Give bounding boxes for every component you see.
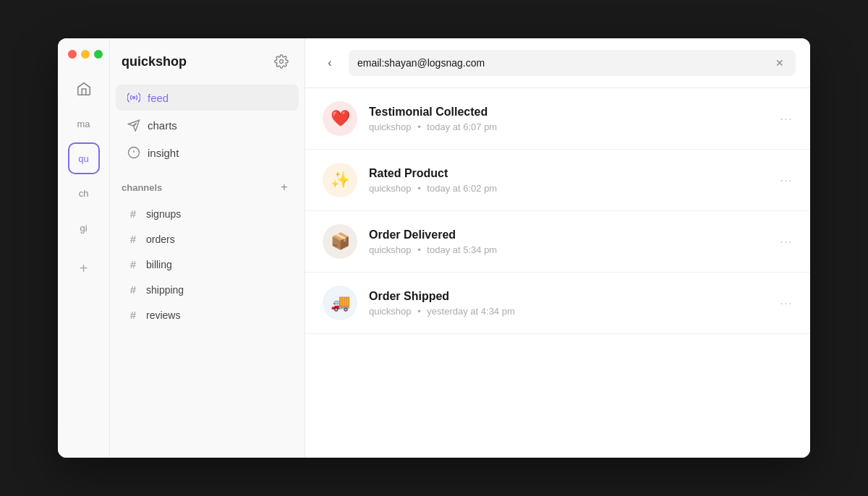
feed-meta-rated: quickshop • today at 6:02 pm [369, 183, 768, 194]
channel-signups-label: signups [146, 208, 181, 220]
channel-shipping[interactable]: # shipping [116, 278, 299, 302]
feed-info-shipped: Order Shipped quickshop • yesterday at 4… [369, 290, 768, 317]
nav-item-feed[interactable]: feed [116, 85, 299, 111]
nav-item-charts-label: charts [148, 119, 177, 132]
feed-info-delivered: Order Delivered quickshop • today at 5:3… [369, 228, 768, 255]
feed-more-menu-3[interactable]: ··· [780, 296, 793, 311]
feed-icon-rated: ✨ [323, 163, 357, 197]
channels-section-header: channels + [110, 167, 305, 202]
app-window: ma qu ch gi + quickshop [58, 38, 810, 458]
feed-item-delivered: 📦 Order Delivered quickshop • today at 5… [305, 211, 810, 273]
dot-0: • [417, 121, 421, 132]
feed-project-1: quickshop [369, 183, 412, 194]
feed-title-rated: Rated Product [369, 167, 768, 180]
main-content: ‹ ✕ ❤️ Testimonial Collected quickshop •… [305, 38, 810, 458]
svg-point-1 [133, 97, 135, 99]
channels-label: channels [122, 182, 162, 193]
add-channel-button[interactable]: + [276, 179, 293, 196]
minimize-button[interactable] [81, 50, 90, 59]
back-button[interactable]: ‹ [320, 53, 340, 73]
clear-search-button[interactable]: ✕ [773, 56, 787, 70]
channel-orders-label: orders [146, 234, 175, 245]
hash-icon: # [127, 283, 139, 296]
maximize-button[interactable] [94, 50, 103, 59]
nav-title: quickshop [122, 54, 187, 69]
svg-point-0 [280, 60, 284, 64]
search-bar: ‹ ✕ [305, 38, 810, 88]
feed-title-delivered: Order Delivered [369, 228, 768, 241]
feed-more-menu-0[interactable]: ··· [780, 111, 793, 127]
nav-item-charts[interactable]: charts [116, 112, 299, 138]
feed-time-3: yesterday at 4:34 pm [427, 306, 514, 317]
channel-orders[interactable]: # orders [116, 227, 299, 251]
feed-item-testimonial: ❤️ Testimonial Collected quickshop • tod… [305, 88, 810, 150]
sidebar-item-qu[interactable]: qu [68, 142, 100, 174]
nav-item-insight-label: insight [148, 147, 179, 159]
settings-button[interactable] [270, 50, 293, 73]
nav-item-feed-label: feed [148, 92, 169, 104]
feed-project-0: quickshop [369, 121, 412, 132]
dot-1: • [417, 183, 421, 194]
sidebar-item-ch[interactable]: ch [68, 177, 100, 209]
sidebar-item-home[interactable] [68, 73, 100, 105]
channel-signups[interactable]: # signups [116, 202, 299, 226]
feed-time-2: today at 5:34 pm [427, 244, 497, 255]
feed-info-rated: Rated Product quickshop • today at 6:02 … [369, 167, 768, 194]
sidebar-item-gi[interactable]: gi [68, 212, 100, 244]
channel-reviews[interactable]: # reviews [116, 303, 299, 327]
hash-icon: # [127, 309, 139, 321]
feed-icon-delivered: 📦 [323, 224, 357, 259]
dot-3: • [417, 306, 421, 317]
feed-project-2: quickshop [369, 244, 412, 255]
feed-title-shipped: Order Shipped [369, 290, 768, 303]
nav-item-insight[interactable]: insight [116, 140, 299, 166]
channel-billing[interactable]: # billing [116, 252, 299, 276]
icon-sidebar: ma qu ch gi + [58, 38, 110, 458]
dot-2: • [417, 244, 421, 255]
feed-list: ❤️ Testimonial Collected quickshop • tod… [305, 88, 810, 458]
hash-icon: # [127, 233, 139, 245]
nav-panel: quickshop feed charts [110, 38, 305, 458]
feed-meta-delivered: quickshop • today at 5:34 pm [369, 244, 768, 255]
search-input[interactable] [357, 57, 773, 69]
channel-shipping-label: shipping [146, 284, 184, 296]
hash-icon: # [127, 208, 139, 220]
channel-billing-label: billing [146, 259, 172, 270]
add-workspace-button[interactable]: + [68, 252, 100, 284]
sidebar-item-ma[interactable]: ma [68, 108, 100, 140]
feed-title-testimonial: Testimonial Collected [369, 106, 768, 119]
feed-more-menu-2[interactable]: ··· [780, 234, 793, 249]
close-button[interactable] [68, 50, 77, 59]
feed-time-1: today at 6:02 pm [427, 183, 497, 194]
search-input-wrap: ✕ [349, 50, 796, 76]
feed-icon-shipped: 🚚 [323, 286, 357, 320]
feed-meta-testimonial: quickshop • today at 6:07 pm [369, 121, 768, 132]
feed-more-menu-1[interactable]: ··· [780, 173, 793, 188]
feed-project-3: quickshop [369, 306, 412, 317]
feed-icon-testimonial: ❤️ [323, 101, 357, 136]
hash-icon: # [127, 258, 139, 270]
feed-time-0: today at 6:07 pm [427, 121, 497, 132]
feed-info-testimonial: Testimonial Collected quickshop • today … [369, 106, 768, 132]
feed-item-rated: ✨ Rated Product quickshop • today at 6:0… [305, 150, 810, 211]
traffic-lights [58, 50, 103, 59]
feed-meta-shipped: quickshop • yesterday at 4:34 pm [369, 306, 768, 317]
feed-item-shipped: 🚚 Order Shipped quickshop • yesterday at… [305, 273, 810, 334]
svg-marker-2 [129, 120, 140, 131]
nav-header: quickshop [110, 50, 305, 85]
channel-reviews-label: reviews [146, 309, 180, 321]
